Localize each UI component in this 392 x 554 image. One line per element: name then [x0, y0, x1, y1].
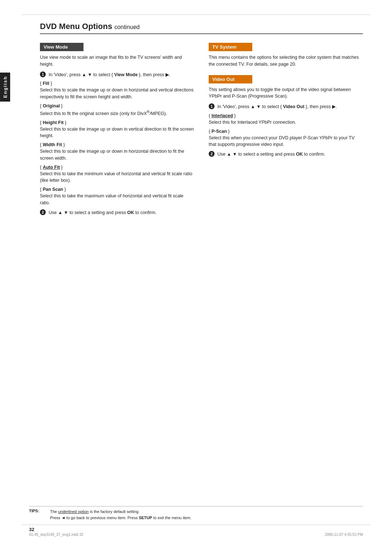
content-area: View Mode Use view mode to scale an imag…	[40, 43, 363, 223]
tips-content: The underlined option is the factory def…	[50, 509, 191, 521]
interlaced-desc: Select this for Interlaced YPbPr connect…	[209, 119, 363, 126]
width-fit-desc: Select this to scale the image up or dow…	[40, 148, 194, 162]
fill-option: { Fill } Select this to scale the image …	[40, 81, 194, 100]
language-tab: English	[0, 73, 10, 102]
page-title: DVD Menu Options continued	[40, 22, 363, 34]
video-out-step2: 2 Use ▲ ▼ to select a setting and press …	[209, 151, 363, 158]
file-info-right: 2006-11-07 4:55:53 PM	[325, 533, 363, 537]
auto-fit-desc: Select this to take the minimum value of…	[40, 171, 194, 184]
border-bottom	[22, 525, 370, 525]
original-option: { Original } Select this to fit the orig…	[40, 103, 194, 117]
right-column: TV System This menu contains the options…	[209, 43, 363, 223]
left-column: View Mode Use view mode to scale an imag…	[40, 43, 194, 223]
tips-line1: The underlined option is the factory def…	[50, 509, 191, 515]
tv-system-intro: This menu contains the options for selec…	[209, 54, 363, 68]
view-mode-intro: Use view mode to scale an image that fit…	[40, 54, 194, 68]
view-mode-section: View Mode Use view mode to scale an imag…	[40, 43, 194, 216]
height-fit-desc: Select this to scale the image up or dow…	[40, 126, 194, 140]
video-out-intro: This setting allows you to toggle the ou…	[209, 86, 363, 100]
auto-fit-option: { Auto Fit } Select this to take the min…	[40, 165, 194, 184]
height-fit-option: { Height Fit } Select this to scale the …	[40, 120, 194, 140]
video-out-section: Video Out This setting allows you to tog…	[209, 75, 363, 158]
p-scan-desc: Select this when you connect your DVD pl…	[209, 135, 363, 148]
page: English DVD Menu Options continued View …	[0, 0, 392, 554]
view-mode-header: View Mode	[40, 43, 83, 51]
tips-section: TIPS: The underlined option is the facto…	[29, 506, 363, 521]
file-info-left: 01-45_dvp3140_37_eng1.indd 32	[29, 533, 83, 537]
view-mode-step1: 1 In 'Video', press ▲ ▼ to select { View…	[40, 71, 194, 78]
view-mode-step2: 2 Use ▲ ▼ to select a setting and press …	[40, 209, 194, 216]
tips-line2: Press ◄ to go back to previous menu item…	[50, 515, 191, 521]
tips-label: TIPS:	[29, 509, 47, 513]
page-number: 32	[29, 527, 34, 532]
width-fit-option: { Width Fit } Select this to scale the i…	[40, 142, 194, 162]
fill-desc: Select this to scale the image up or dow…	[40, 87, 194, 100]
p-scan-option: { P-Scan } Select this when you connect …	[209, 129, 363, 148]
interlaced-option: { Interlaced } Select this for Interlace…	[209, 113, 363, 126]
original-desc: Select this to fit the original screen s…	[40, 109, 194, 117]
tv-system-section: TV System This menu contains the options…	[209, 43, 363, 68]
pan-scan-desc: Select this to take the maximum value of…	[40, 193, 194, 206]
tv-system-header: TV System	[209, 43, 252, 51]
pan-scan-option: { Pan Scan } Select this to take the max…	[40, 187, 194, 206]
border-top	[22, 15, 370, 15]
video-out-step1: 1 In 'Video', press ▲ ▼ to select { Vide…	[209, 103, 363, 110]
video-out-header: Video Out	[209, 75, 252, 83]
